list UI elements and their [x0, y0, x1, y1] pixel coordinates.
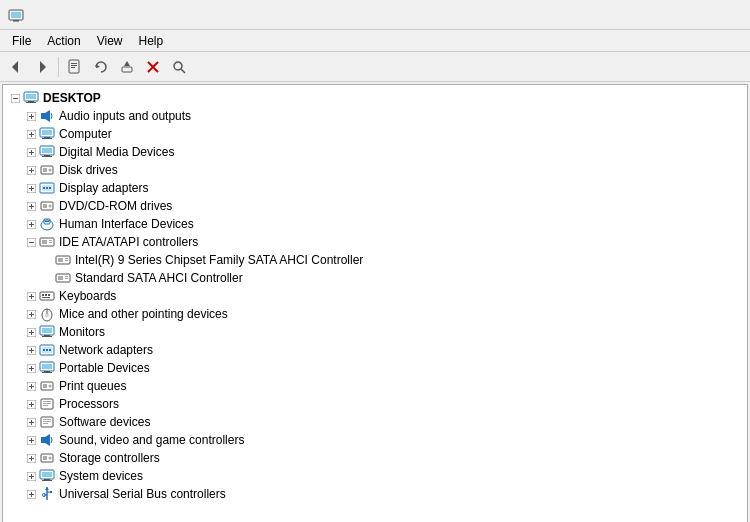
expand-btn-system[interactable]: [23, 468, 39, 484]
tree-item-storage[interactable]: Storage controllers: [3, 449, 747, 467]
uninstall-button[interactable]: [141, 55, 165, 79]
refresh-button[interactable]: [89, 55, 113, 79]
expand-btn-dvd[interactable]: [23, 198, 39, 214]
expand-btn-digital-media[interactable]: [23, 144, 39, 160]
expand-btn-network[interactable]: [23, 342, 39, 358]
svg-rect-136: [43, 423, 48, 424]
svg-rect-134: [43, 419, 51, 420]
expand-btn-software[interactable]: [23, 414, 39, 430]
disk-icon: [39, 198, 55, 214]
tree-item-dvd[interactable]: DVD/CD-ROM drives: [3, 197, 747, 215]
expand-placeholder-standard-sata: [39, 270, 55, 286]
svg-rect-109: [49, 349, 51, 351]
tree-item-print[interactable]: Print queues: [3, 377, 747, 395]
tree-item-desktop[interactable]: DESKTOP: [3, 89, 747, 107]
svg-rect-116: [42, 372, 52, 373]
svg-rect-19: [26, 94, 36, 99]
tree-item-computer[interactable]: Computer: [3, 125, 747, 143]
svg-point-122: [49, 385, 52, 388]
svg-rect-108: [46, 349, 48, 351]
tree-item-hid[interactable]: Human Interface Devices: [3, 215, 747, 233]
svg-rect-20: [28, 101, 34, 102]
tree-item-standard-sata[interactable]: Standard SATA AHCI Controller: [3, 269, 747, 287]
expand-btn-portable[interactable]: [23, 360, 39, 376]
svg-rect-107: [43, 349, 45, 351]
tree-item-ide[interactable]: IDE ATA/ATAPI controllers: [3, 233, 747, 251]
tree-item-label-computer: Computer: [59, 127, 112, 141]
menu-view[interactable]: View: [89, 32, 131, 50]
tree-item-system[interactable]: System devices: [3, 467, 747, 485]
tree-item-label-storage: Storage controllers: [59, 451, 160, 465]
expand-btn-usb[interactable]: [23, 486, 39, 502]
forward-button[interactable]: [30, 55, 54, 79]
expand-btn-hid[interactable]: [23, 216, 39, 232]
expand-btn-processors[interactable]: [23, 396, 39, 412]
svg-rect-146: [43, 456, 47, 460]
svg-rect-100: [44, 335, 50, 336]
svg-rect-52: [43, 187, 45, 189]
tree-item-mice[interactable]: Mice and other pointing devices: [3, 305, 747, 323]
tree-item-label-audio: Audio inputs and outputs: [59, 109, 191, 123]
svg-rect-135: [43, 421, 51, 422]
expand-btn-desktop[interactable]: [7, 90, 23, 106]
hid-icon: [39, 216, 55, 232]
mouse-icon: [39, 306, 55, 322]
expand-btn-disk-drives[interactable]: [23, 162, 39, 178]
svg-rect-115: [44, 371, 50, 372]
ide-icon: [39, 234, 55, 250]
scan-hardware-button[interactable]: [167, 55, 191, 79]
svg-marker-159: [45, 487, 49, 490]
expand-btn-keyboards[interactable]: [23, 288, 39, 304]
maximize-button[interactable]: [648, 0, 694, 30]
minimize-button[interactable]: [600, 0, 646, 30]
svg-rect-101: [42, 336, 52, 337]
tree-item-keyboards[interactable]: Keyboards: [3, 287, 747, 305]
update-driver-button[interactable]: [115, 55, 139, 79]
tree-item-display-adapters[interactable]: Display adapters: [3, 179, 747, 197]
expand-btn-display-adapters[interactable]: [23, 180, 39, 196]
tree-item-portable[interactable]: Portable Devices: [3, 359, 747, 377]
toolbar-separator-1: [58, 57, 59, 77]
tree-item-processors[interactable]: Processors: [3, 395, 747, 413]
properties-button[interactable]: [63, 55, 87, 79]
main-content-area[interactable]: DESKTOPAudio inputs and outputsComputerD…: [2, 84, 748, 522]
svg-point-14: [174, 62, 182, 70]
tree-item-network[interactable]: Network adapters: [3, 341, 747, 359]
expand-btn-mice[interactable]: [23, 306, 39, 322]
tree-item-software[interactable]: Software devices: [3, 413, 747, 431]
svg-rect-79: [65, 276, 68, 277]
sound-icon: [39, 432, 55, 448]
tree-item-monitors[interactable]: Monitors: [3, 323, 747, 341]
svg-rect-39: [44, 155, 50, 156]
tree-item-label-standard-sata: Standard SATA AHCI Controller: [75, 271, 243, 285]
svg-rect-129: [43, 405, 48, 406]
svg-marker-9: [96, 64, 100, 68]
expand-btn-monitors[interactable]: [23, 324, 39, 340]
svg-marker-11: [124, 61, 130, 66]
svg-point-46: [49, 169, 52, 172]
expand-btn-print[interactable]: [23, 378, 39, 394]
svg-rect-86: [45, 294, 47, 296]
menu-help[interactable]: Help: [131, 32, 172, 50]
svg-rect-1: [11, 12, 21, 18]
svg-marker-26: [45, 110, 50, 122]
tree-item-digital-media[interactable]: Digital Media Devices: [3, 143, 747, 161]
svg-rect-32: [44, 137, 50, 138]
tree-item-intel-sata[interactable]: Intel(R) 9 Series Chipset Family SATA AH…: [3, 251, 747, 269]
close-button[interactable]: [696, 0, 742, 30]
expand-btn-computer[interactable]: [23, 126, 39, 142]
back-button[interactable]: [4, 55, 28, 79]
tree-item-usb[interactable]: Universal Serial Bus controllers: [3, 485, 747, 503]
menu-action[interactable]: Action: [39, 32, 88, 50]
menu-file[interactable]: File: [4, 32, 39, 50]
tree-item-disk-drives[interactable]: Disk drives: [3, 161, 747, 179]
expand-btn-sound[interactable]: [23, 432, 39, 448]
svg-rect-70: [42, 240, 47, 244]
disk-icon: [39, 450, 55, 466]
expand-btn-ide[interactable]: [23, 234, 39, 250]
tree-item-audio[interactable]: Audio inputs and outputs: [3, 107, 747, 125]
expand-btn-audio[interactable]: [23, 108, 39, 124]
tree-item-sound[interactable]: Sound, video and game controllers: [3, 431, 747, 449]
expand-btn-storage[interactable]: [23, 450, 39, 466]
svg-rect-76: [65, 260, 68, 261]
